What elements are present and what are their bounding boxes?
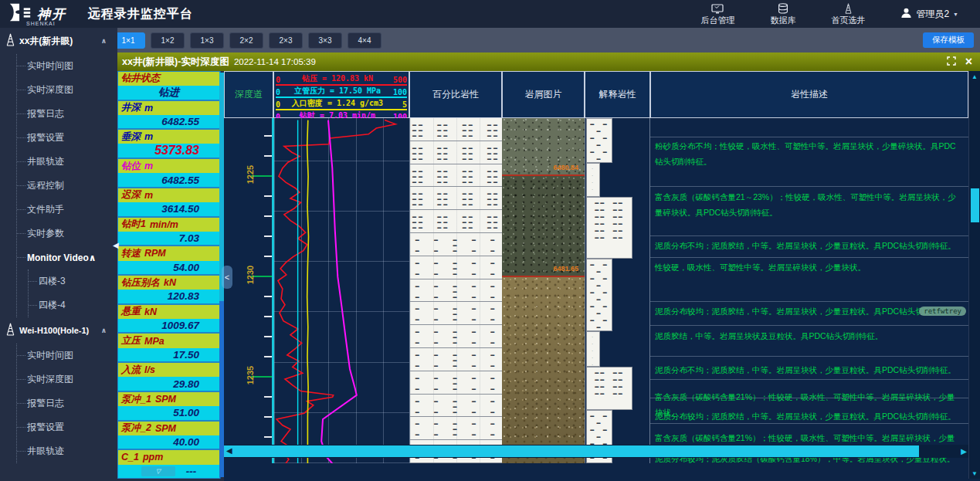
param-label: 迟深m xyxy=(117,188,220,202)
layout-button-4×4[interactable]: 4×4 xyxy=(348,32,381,49)
derrick-icon xyxy=(5,323,16,338)
vertical-scrollbar[interactable]: ▲ ▼ xyxy=(968,71,980,479)
sidebar-item-label: 实时深度图 xyxy=(27,83,73,97)
sidebar-item-实时时间图[interactable]: 实时时间图 xyxy=(17,344,117,368)
nav-home-well-select[interactable]: 首页选井 xyxy=(831,3,865,25)
sidebar-well-0[interactable]: xx井(新井眼)∧ xyxy=(0,28,117,54)
save-template-button[interactable]: 保存模板 xyxy=(923,32,974,48)
sidebar-item-四楼-3[interactable]: 四楼-3 xyxy=(29,269,117,293)
sidebar-item-井眼轨迹[interactable]: 井眼轨迹 xyxy=(17,439,117,463)
depth-minor-tick xyxy=(264,356,272,357)
layout-button-2×3[interactable]: 2×3 xyxy=(269,32,303,49)
close-icon[interactable]: × xyxy=(965,56,972,67)
scroll-right-icon[interactable]: ▶ xyxy=(961,447,967,456)
layout-button-1×2[interactable]: 1×2 xyxy=(151,32,185,49)
depth-minor-tick xyxy=(264,416,272,418)
sidebar-item-实时时间图[interactable]: 实时时间图 xyxy=(17,54,117,78)
tree-connector xyxy=(17,355,25,356)
sidebar-item-远程控制[interactable]: 远程控制 xyxy=(17,174,117,198)
database-icon xyxy=(778,3,788,14)
top-header: 神开 SHENKAI 远程录井监控平台 后台管理 数据库 首页选井 xyxy=(0,0,980,28)
percent-lithology-track: ▬▬ ▬▬ ▬▬ ▬▬▬▬ ▬▬ ▬▬ ▬▬▬▬ ▬▬ ▬▬ ▬▬▬▬ ▬▬ ▬… xyxy=(409,118,502,463)
sidebar-item-monitor-video[interactable]: Monitor Video∧ xyxy=(17,246,117,269)
sidebar-well-1[interactable]: Wei-H100(Hole-1)∧ xyxy=(0,317,117,344)
layout-button-1×3[interactable]: 1×3 xyxy=(190,32,224,49)
monitor-video-label: Monitor Video xyxy=(27,252,89,263)
horizontal-scroll-thumb[interactable] xyxy=(224,445,919,457)
sidebar-item-文件助手[interactable]: 文件助手 xyxy=(17,198,117,222)
interp-lithology-block: · · ·· · ·· · · xyxy=(586,331,600,367)
parameter-scroll-thumb[interactable] xyxy=(219,301,224,477)
layout-button-3×3[interactable]: 3×3 xyxy=(308,32,342,49)
sidebar-item-四楼-4[interactable]: 四楼-4 xyxy=(29,293,117,317)
legend-max: 500 xyxy=(387,76,407,84)
param-row-泵冲_1: 泵冲_1SPM51.00 xyxy=(117,391,220,421)
sidebar-collapse-handle[interactable]: ◀ xyxy=(113,241,119,249)
lithology-percent-row: ▬ ▬ ▬ ▬ ▬ ▬▬ ▬ ▬ ▬ ▬ ▬ xyxy=(410,395,502,418)
well-items-0: 实时时间图实时深度图报警日志报警设置井眼轨迹远程控制文件助手实时参数Monito… xyxy=(16,54,117,317)
param-label: 入流l/s xyxy=(117,362,220,377)
nav-database[interactable]: 数据库 xyxy=(770,3,795,25)
param-value: 29.80 xyxy=(117,377,220,391)
curve-钻压 xyxy=(276,120,395,463)
fullscreen-icon[interactable] xyxy=(947,55,956,69)
user-menu[interactable]: 管理员2 ▼ xyxy=(900,7,958,21)
param-value: 6482.55 xyxy=(117,115,220,130)
param-unit: MPa xyxy=(144,336,164,347)
sidebar-item-实时深度图[interactable]: 实时深度图 xyxy=(17,78,117,102)
tree-connector xyxy=(29,281,37,282)
param-dropdown-button[interactable]: ▽ xyxy=(141,466,175,476)
sidebar-item-实时深度图[interactable]: 实时深度图 xyxy=(17,368,117,391)
layout-button-2×2[interactable]: 2×2 xyxy=(229,32,263,49)
param-value-text: 120.83 xyxy=(168,290,199,302)
sidebar-item-label: 远程控制 xyxy=(27,179,64,192)
scroll-up-icon[interactable]: ▲ xyxy=(969,71,980,82)
chart-collapse-handle[interactable]: < xyxy=(222,266,232,289)
interp-lithology-block: ▬ ▬ ▬▬ ▬ ▬▬ ▬ ▬▬ ▬ ▬ xyxy=(586,118,612,163)
collapse-caret-icon[interactable]: ∧ xyxy=(101,327,107,334)
user-name: 管理员2 xyxy=(916,8,949,21)
depth-chart-window: xx井(新井眼)-实时深度图 2022-11-14 17:05:39 × 钻井状… xyxy=(117,53,980,481)
depth-log-chart: 深度道 0钻压 = 120.83 kN5000立管压力 = 17.50 MPa1… xyxy=(224,71,980,481)
window-title: xx井(新井眼)-实时深度图 xyxy=(122,56,229,69)
layout-buttons: 1×11×21×32×22×33×34×4 xyxy=(106,32,381,49)
lithology-description: 泥质分布较均；泥质胶结，中等。岩屑呈块状，少量豆粒状。具PDC钻头切削特征。 xyxy=(655,303,962,319)
tree-connector xyxy=(17,451,25,452)
parameter-panel: 钻井状态钻进井深m6482.55垂深m5373.83钻位m6482.55迟深m3… xyxy=(117,71,221,479)
scroll-left-icon[interactable]: ◀ xyxy=(226,446,232,455)
sidebar-item-label: 实时时间图 xyxy=(27,59,73,73)
lithology-percent-row: ▬ ▬ ▬ ▬ ▬ ▬▬ ▬ ▬ ▬ ▬ ▬ xyxy=(410,325,502,348)
sidebar-item-label: 井眼轨迹 xyxy=(27,445,64,458)
description-separator xyxy=(650,235,968,236)
derrick-icon xyxy=(5,33,16,49)
param-name: 垂深 xyxy=(121,130,141,144)
nav-backend-admin[interactable]: 后台管理 xyxy=(700,4,734,25)
collapse-caret-icon[interactable]: ∧ xyxy=(89,252,97,263)
collapse-caret-icon[interactable]: ∧ xyxy=(101,37,107,45)
video-items: 四楼-3四楼-4 xyxy=(28,269,117,317)
param-name: 钻压别名 xyxy=(121,276,160,290)
sidebar-item-报警日志[interactable]: 报警日志 xyxy=(17,391,117,415)
depth-minor-tick xyxy=(264,336,272,337)
param-name: 钻井状态 xyxy=(121,72,160,85)
param-value: 5373.83 xyxy=(117,144,220,158)
legend-row-钻压: 0钻压 = 120.83 kN500 xyxy=(276,73,407,86)
scroll-down-icon[interactable]: ▼ xyxy=(969,468,980,479)
param-row-钻压别名: 钻压别名kN120.83 xyxy=(117,275,220,304)
sidebar-item-实时参数[interactable]: 实时参数 xyxy=(17,222,117,246)
param-row-入流: 入流l/s29.80 xyxy=(117,362,220,391)
param-row-钻位: 钻位m6482.55 xyxy=(117,158,220,188)
depth-minor-tick xyxy=(264,436,272,438)
lithology-desc-header: 岩性描述 xyxy=(650,71,968,118)
tree-connector xyxy=(17,403,25,404)
lithology-percent-row: ▬ ▬ ▬ ▬ ▬ ▬▬ ▬ ▬ ▬ ▬ ▬ xyxy=(410,348,502,371)
sidebar-item-报警设置[interactable]: 报警设置 xyxy=(17,415,117,439)
vertical-scroll-thumb[interactable] xyxy=(971,188,979,222)
chevron-down-icon: ▼ xyxy=(953,12,958,17)
param-value-text: 54.00 xyxy=(173,262,199,273)
sidebar-item-报警设置[interactable]: 报警设置 xyxy=(17,126,117,150)
sidebar-item-报警日志[interactable]: 报警日志 xyxy=(17,102,117,126)
param-value-text: 51.00 xyxy=(173,407,199,418)
sidebar-item-井眼轨迹[interactable]: 井眼轨迹 xyxy=(17,150,117,174)
horizontal-scrollbar[interactable]: ◀ ▶ xyxy=(224,445,968,458)
